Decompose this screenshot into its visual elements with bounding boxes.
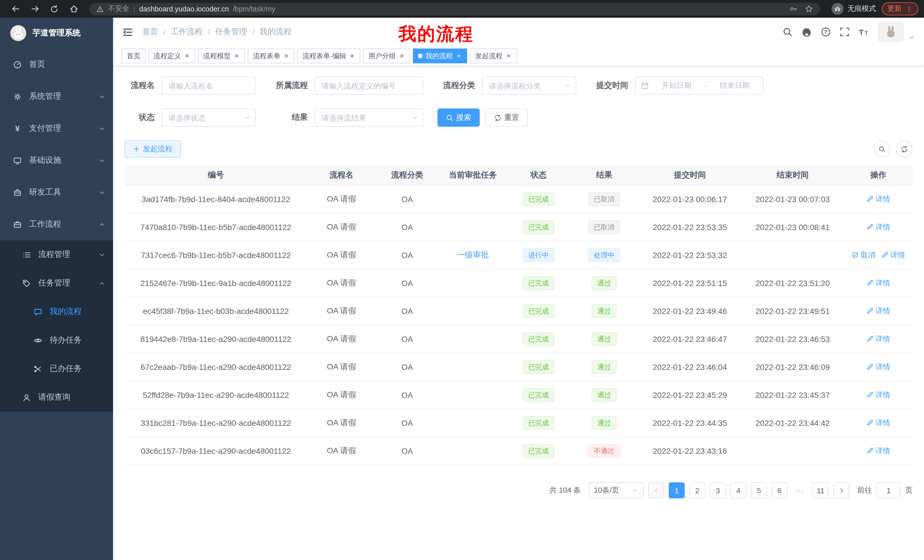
page-number-button[interactable]: 3: [710, 482, 726, 499]
caret-down-icon[interactable]: [909, 34, 915, 42]
cell-process-name: OA 请假: [307, 278, 376, 288]
sidebar-item-todo-tasks[interactable]: 待办任务: [0, 326, 113, 355]
browser-update-button[interactable]: 更新: [882, 2, 918, 15]
tab[interactable]: 发起流程 ×: [470, 48, 517, 63]
reload-button[interactable]: [48, 3, 60, 15]
fullscreen-icon[interactable]: [840, 27, 850, 37]
tab[interactable]: 流程模型 ×: [198, 48, 245, 63]
bookmark-star-icon[interactable]: [805, 4, 813, 13]
page-number-button[interactable]: 5: [751, 482, 767, 499]
sidebar-item-infrastructure[interactable]: 基础设施: [0, 144, 113, 177]
incognito-icon: [831, 3, 843, 15]
sidebar-item-label: 支付管理: [29, 123, 61, 133]
tab[interactable]: 用户分组 ×: [363, 48, 410, 63]
tab-close-icon[interactable]: ×: [184, 52, 190, 60]
detail-link[interactable]: 详情: [866, 306, 890, 316]
result-select[interactable]: [315, 108, 423, 127]
current-task-link[interactable]: 一级审批: [457, 250, 489, 259]
tab[interactable]: 首页: [122, 48, 146, 63]
detail-link[interactable]: 详情: [866, 334, 890, 344]
hamburger-icon[interactable]: [122, 27, 133, 37]
page-number-button[interactable]: 4: [730, 482, 746, 499]
detail-link[interactable]: 详情: [881, 250, 905, 260]
status-badge: 已完成: [522, 416, 555, 430]
sidebar-item-process-management[interactable]: 流程管理: [0, 240, 113, 269]
tab[interactable]: 流程定义 ×: [148, 48, 195, 63]
page-number-button[interactable]: ···: [792, 482, 808, 499]
detail-link[interactable]: 详情: [866, 446, 890, 456]
date-range-picker[interactable]: 开始日期 - 结束日期: [635, 76, 764, 95]
app-logo[interactable]: 芋道管理系统: [0, 18, 113, 48]
tab-close-icon[interactable]: ×: [506, 52, 512, 60]
table-refresh-button[interactable]: [896, 141, 913, 157]
page-number-button[interactable]: 11: [813, 482, 829, 499]
search-button-label: 搜索: [456, 112, 471, 123]
reset-button[interactable]: 重置: [485, 108, 528, 127]
sidebar-item-my-process[interactable]: 我的流程: [0, 297, 113, 326]
chevron-down-icon: [99, 93, 105, 100]
detail-link[interactable]: 详情: [866, 222, 890, 232]
user-avatar[interactable]: [878, 22, 903, 42]
detail-link[interactable]: 详情: [866, 362, 890, 372]
font-size-icon[interactable]: TT: [858, 27, 870, 37]
tab[interactable]: 流程表单 ×: [248, 48, 295, 63]
annotation-text: 我的流程: [399, 22, 474, 46]
prev-page-button[interactable]: [648, 482, 664, 499]
sidebar-item-leave-query[interactable]: 请假查询: [0, 383, 113, 412]
back-button[interactable]: [10, 3, 21, 15]
sidebar-item-system[interactable]: 系统管理: [0, 81, 113, 112]
search-icon[interactable]: [782, 27, 793, 37]
tab[interactable]: 流程表单-编辑 ×: [297, 48, 360, 63]
detail-link[interactable]: 详情: [866, 278, 890, 288]
page-size-select[interactable]: 10条/页: [589, 482, 644, 499]
detail-link[interactable]: 详情: [866, 390, 890, 400]
next-page-button[interactable]: [833, 482, 849, 499]
tab-close-icon[interactable]: ×: [349, 52, 355, 60]
page-number-button[interactable]: 6: [771, 482, 788, 499]
tab-close-icon[interactable]: ×: [456, 52, 462, 60]
tab-close-icon[interactable]: ×: [399, 52, 405, 60]
cell-id: 67c2eaab-7b9a-11ec-a290-acde48001122: [124, 362, 307, 371]
home-button[interactable]: [68, 3, 80, 15]
category-select[interactable]: [482, 76, 576, 95]
page-number-button[interactable]: 1: [669, 482, 685, 499]
page-number-button[interactable]: 2: [689, 482, 705, 499]
status-badge: 已完成: [522, 332, 555, 346]
help-icon[interactable]: ?: [820, 27, 831, 37]
process-name-input[interactable]: [162, 76, 256, 95]
search-toggle-button[interactable]: [874, 141, 890, 157]
cell-actions: 详情: [844, 390, 913, 400]
viewport: 不安全 | dashboard.yudao.iocoder.cn /bpm/ta…: [0, 0, 924, 560]
sidebar-item-dev-tools[interactable]: 研发工具: [0, 177, 113, 208]
cell-actions: 详情: [844, 278, 913, 289]
tab-close-icon[interactable]: ×: [234, 52, 240, 60]
breadcrumb-item[interactable]: 工作流程: [171, 27, 203, 37]
cell-result: 通过: [570, 332, 639, 346]
sidebar-item-workflow[interactable]: 工作流程: [0, 208, 113, 240]
tab-close-icon[interactable]: ×: [283, 52, 290, 60]
detail-link[interactable]: 详情: [866, 194, 890, 204]
sidebar-item-done-tasks[interactable]: 已办任务: [0, 355, 113, 383]
parent-process-input[interactable]: [315, 76, 423, 95]
forward-button[interactable]: [29, 3, 40, 15]
address-bar[interactable]: 不安全 | dashboard.yudao.iocoder.cn /bpm/ta…: [89, 3, 820, 15]
search-button[interactable]: 搜索: [438, 108, 480, 127]
sidebar-item-task-management[interactable]: 任务管理: [0, 269, 113, 297]
detail-link[interactable]: 详情: [866, 418, 890, 428]
goto-page-input[interactable]: [877, 482, 901, 499]
cell-submit-time: 2022-01-22 23:45:29: [639, 391, 741, 400]
breadcrumb-item[interactable]: 任务管理: [215, 27, 247, 37]
tab[interactable]: 我的流程 ×: [413, 48, 467, 63]
key-icon[interactable]: [789, 4, 798, 13]
filter-status: 状态: [124, 108, 256, 127]
filter-result: 结果: [270, 108, 423, 127]
sidebar-item-home[interactable]: 首页: [0, 48, 113, 81]
cancel-link[interactable]: 取消: [852, 250, 876, 260]
create-process-button[interactable]: 发起流程: [124, 141, 181, 157]
sidebar-item-label: 任务管理: [38, 278, 70, 288]
sidebar-item-payment[interactable]: ¥ 支付管理: [0, 112, 113, 144]
cell-result: 不通过: [570, 444, 639, 458]
status-select[interactable]: [162, 108, 256, 127]
breadcrumb-item[interactable]: 首页: [142, 27, 158, 37]
github-icon[interactable]: [801, 27, 812, 37]
